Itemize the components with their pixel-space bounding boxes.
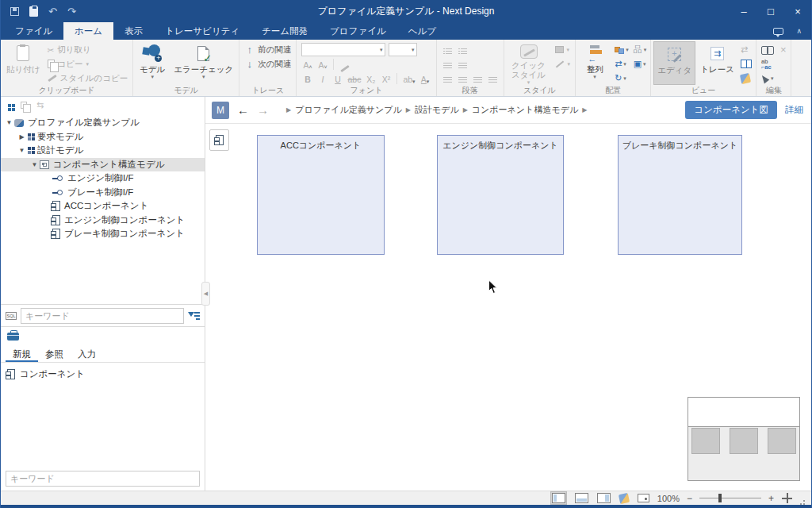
trace-view-button[interactable]: ⇉ トレース [697, 41, 737, 85]
expander-open-icon[interactable]: ▼ [29, 161, 40, 168]
paste-icon[interactable] [29, 6, 38, 17]
panel-collapse-handle[interactable]: ◀ [201, 282, 210, 306]
font-color-button[interactable]: A▾ [419, 72, 431, 84]
breadcrumb-item[interactable]: プロファイル定義サンプル [295, 104, 402, 116]
diagram-canvas[interactable]: ACCコンポーネント エンジン制御コンポーネント ブレーキ制御コンポーネント [205, 124, 811, 491]
horizontal-split-button[interactable] [574, 492, 589, 504]
expander-closed-icon[interactable]: ▶ [17, 133, 27, 140]
tree-item-engine-component[interactable]: エンジン制御コンポーネント [1, 214, 205, 228]
tab-help[interactable]: ヘルプ [397, 22, 447, 40]
cut-button[interactable]: ✂切り取り [45, 43, 131, 56]
split-view-button[interactable] [739, 57, 753, 71]
highlight-color-button[interactable]: ab▾ [402, 72, 416, 84]
zoom-in-button[interactable]: + [768, 493, 774, 504]
toolbox-tab-input[interactable]: 入力 [71, 345, 103, 362]
zoom-out-button[interactable]: − [687, 493, 692, 504]
tab-home[interactable]: ホーム [63, 22, 113, 40]
italic-button[interactable]: I [316, 72, 328, 84]
bullet-list-button[interactable] [442, 44, 454, 56]
tab-traceability[interactable]: トレーサビリティ [154, 22, 251, 40]
font-size-combo[interactable]: ▾ [389, 43, 417, 56]
shape-fill-button[interactable]: ▾ [553, 43, 573, 56]
prev-relation-button[interactable]: ↑前の関連 [242, 43, 293, 56]
swap-view-button[interactable]: ⇄ [739, 43, 753, 56]
minimize-button[interactable]: – [730, 0, 757, 22]
align-right-button[interactable] [472, 72, 484, 84]
redo-icon[interactable]: ↷ [67, 6, 76, 17]
rotate-button[interactable]: ↻▾ [613, 71, 630, 85]
quick-style-button[interactable]: クイックスタイル ▾ [507, 41, 551, 85]
pan-button[interactable] [781, 492, 793, 504]
style-copy-button[interactable]: スタイルのコピー [45, 71, 131, 85]
paste-button[interactable]: 貼り付け [3, 41, 44, 85]
clear-format-button[interactable] [339, 58, 350, 70]
collapse-ribbon-icon[interactable]: ∧ [796, 27, 802, 35]
tree-item-acc-component[interactable]: ACCコンポーネント [1, 199, 205, 214]
node-engine-component[interactable]: エンジン制御コンポーネント [437, 135, 564, 255]
replace-button[interactable]: ab⌐ac [759, 57, 776, 71]
shape-line-button[interactable]: ▾ [553, 57, 573, 71]
breadcrumb-item[interactable]: 設計モデル [415, 104, 459, 116]
feedback-icon[interactable] [773, 28, 783, 35]
node-acc-component[interactable]: ACCコンポーネント [257, 135, 385, 255]
minimap-viewport[interactable] [688, 398, 799, 427]
forward-button[interactable]: → [257, 104, 269, 116]
palette-button[interactable] [209, 129, 229, 151]
grow-font-button[interactable]: A˄ [301, 58, 313, 70]
delete-button[interactable]: × [778, 43, 789, 56]
toolbox-keyword-input[interactable] [6, 471, 200, 487]
component-diagram-button[interactable]: コンポーネント図 [685, 101, 777, 119]
resize-grip[interactable] [803, 500, 805, 502]
tab-profile[interactable]: プロファイル [319, 22, 397, 40]
maximize-button[interactable]: □ [757, 0, 784, 22]
select-button[interactable]: ▾ [759, 71, 776, 85]
view-style-button[interactable] [739, 71, 753, 85]
toolbox-tab-reference[interactable]: 参照 [38, 345, 71, 362]
tree-item-component-structure-model[interactable]: ▼ コンポーネント構造モデル [1, 158, 205, 172]
underline-button[interactable]: U [331, 72, 343, 84]
keyword-search-input[interactable] [21, 308, 184, 324]
layout-tree-button[interactable]: 品▾ [632, 43, 649, 56]
toolbox-item-component[interactable]: コンポーネント [7, 368, 198, 380]
detail-link[interactable]: 詳細 [785, 104, 803, 116]
expander-open-icon[interactable]: ▼ [17, 147, 27, 154]
shrink-font-button[interactable]: A˅ [316, 58, 328, 70]
superscript-button[interactable]: X² [380, 72, 392, 84]
align-left-button[interactable] [442, 72, 454, 84]
zoom-slider[interactable] [699, 498, 761, 498]
tab-view[interactable]: 表示 [113, 22, 154, 40]
vertical-split-button[interactable] [596, 492, 611, 504]
bold-button[interactable]: B [301, 72, 313, 84]
zoom-slider-thumb[interactable] [718, 494, 722, 502]
model-navigator-icon[interactable] [8, 104, 11, 107]
bring-forward-button[interactable]: ▾ [613, 43, 630, 56]
distribute-button[interactable]: ⇄▾ [613, 57, 630, 71]
close-button[interactable]: × [784, 0, 811, 22]
toolbox-tab-new[interactable]: 新規 [6, 345, 38, 362]
presentation-button[interactable] [637, 493, 650, 503]
filter-icon[interactable] [188, 311, 200, 321]
error-check-button[interactable]: エラーチェック ▾ [170, 41, 236, 85]
tree-item-brake-if[interactable]: ブレーキ制御I/F [1, 186, 205, 200]
find-button[interactable] [759, 43, 776, 56]
save-icon[interactable] [10, 7, 19, 16]
style-mode-button[interactable] [619, 493, 630, 504]
sync-icon[interactable]: ⇆ [36, 100, 44, 110]
tree-item-design-model[interactable]: ▼ 設計モデル [1, 144, 205, 158]
editor-view-button[interactable]: エディタ [653, 41, 695, 85]
minimap[interactable] [688, 397, 800, 481]
copy-button[interactable]: コピー▾ [45, 57, 131, 71]
tree-item-brake-component[interactable]: ブレーキ制御コンポーネント [1, 227, 205, 241]
tree-item-requirement-model[interactable]: ▶ 要求モデル [1, 130, 205, 144]
subscript-button[interactable]: X₂ [365, 72, 377, 84]
tab-file[interactable]: ファイル [4, 22, 63, 40]
justify-button[interactable] [487, 72, 499, 84]
breadcrumb-item[interactable]: コンポーネント構造モデル [472, 104, 578, 116]
indent-button[interactable] [457, 58, 469, 70]
strikethrough-button[interactable]: abc [347, 72, 362, 84]
model-button[interactable]: + モデル ▾ [136, 41, 169, 85]
node-brake-component[interactable]: ブレーキ制御コンポーネント [618, 135, 742, 255]
numbered-list-button[interactable] [457, 44, 469, 56]
group-button[interactable]: ▣▾ [632, 57, 649, 71]
undo-icon[interactable]: ↶ [48, 6, 57, 17]
